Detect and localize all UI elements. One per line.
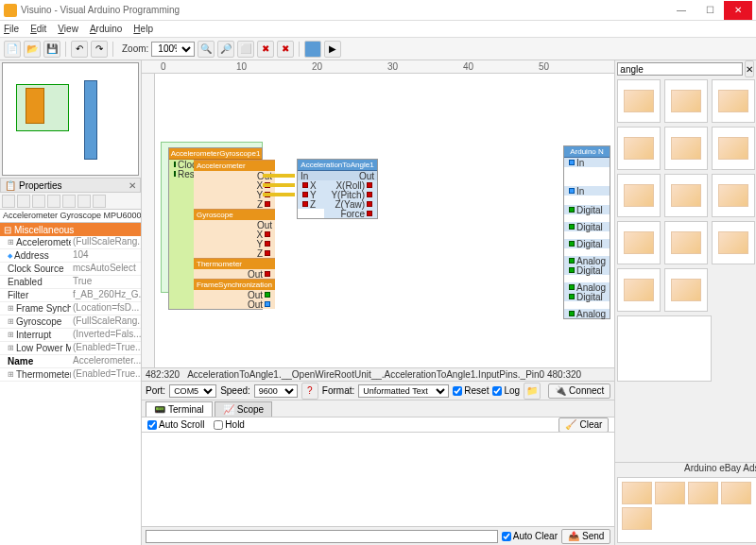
node-arduino[interactable]: Arduino N In In Digital Digital Digital … [563,145,610,319]
format-select[interactable]: Unformatted Text [358,384,449,398]
save-button[interactable]: 💾 [43,41,60,58]
component-palette[interactable] [615,77,756,462]
minimize-button[interactable]: — [667,1,696,20]
speed-help-icon[interactable]: ? [301,383,318,400]
connect-button[interactable]: 🔌Connect [548,383,610,399]
ad-item[interactable] [655,482,685,504]
properties-header: 📋 Properties ✕ [0,178,141,193]
undo-button[interactable]: ↶ [71,41,88,58]
prop-btn-4[interactable] [47,195,60,208]
design-canvas[interactable]: AccelerometerGyroscope1 Clock Reset Acce… [155,74,614,367]
panel-title: Properties [19,180,62,191]
menu-help[interactable]: Help [133,24,153,34]
property-row[interactable]: Interrupt(Inverted=Fals... [0,329,141,342]
maximize-button[interactable]: ☐ [696,1,724,20]
terminal-output[interactable] [142,432,614,526]
search-clear-icon[interactable]: ✕ [745,60,754,77]
prop-btn-1[interactable] [2,195,15,208]
ad-item[interactable] [622,507,652,530]
redo-button[interactable]: ↷ [91,41,108,58]
zoom-select[interactable]: 100% [151,42,195,57]
close-button[interactable]: ✕ [724,1,752,20]
menu-edit[interactable]: Edit [30,24,46,34]
speed-select[interactable]: 9600 [254,384,298,398]
autoclear-checkbox[interactable]: Auto Clear [502,531,558,541]
hold-checkbox[interactable]: Hold [214,419,245,430]
palette-item[interactable] [664,221,708,264]
palette-item[interactable] [617,174,661,217]
autoscroll-checkbox[interactable]: Auto Scroll [147,419,204,430]
tool-btn-1[interactable]: ✖ [257,41,274,58]
palette-search-input[interactable] [617,62,743,76]
property-row[interactable]: Thermometer(Enabled=True... [0,368,141,382]
palette-item-large[interactable] [617,315,712,382]
property-row[interactable]: Clock SourcemcsAutoSelect [0,263,141,276]
app-icon [4,4,17,17]
palette-item[interactable] [664,268,708,312]
port-select[interactable]: COM5 (L [169,384,216,398]
palette-item[interactable] [664,79,708,123]
log-folder-button[interactable]: 📁 [524,383,541,400]
prop-btn-6[interactable] [77,195,91,208]
ad-item[interactable] [622,482,652,504]
property-row[interactable]: Gyroscope(FullScaleRang... [0,315,141,329]
ad-item[interactable] [721,482,751,504]
menu-view[interactable]: View [58,24,78,34]
send-button[interactable]: 📤Send [561,529,610,544]
prop-btn-7[interactable] [93,195,106,208]
send-input[interactable] [146,530,498,543]
palette-item[interactable] [617,268,661,312]
canvas-wrap: 0 10 20 30 40 50 AccelerometerGyroscope1… [142,60,614,367]
tab-terminal[interactable]: 📟Terminal [146,401,213,417]
port-label: Port: [146,385,165,396]
tool-btn-2[interactable]: ✖ [277,41,294,58]
property-row[interactable]: NameAccelerometer... [0,355,141,368]
panel-icon: 📋 [5,180,16,191]
menu-file[interactable]: FFileile [4,24,19,34]
zoomfit-button[interactable]: ⬜ [237,41,254,58]
upload-button[interactable]: ▶ [324,41,341,58]
palette-item[interactable] [664,127,708,170]
send-bar: Auto Clear 📤Send [142,526,614,545]
ads-panel[interactable] [617,477,756,543]
reset-checkbox[interactable]: Reset [453,385,489,396]
terminal-tabs: 📟Terminal 📈Scope [142,400,614,417]
clear-button[interactable]: 🧹Clear [558,417,609,433]
prop-btn-5[interactable] [62,195,76,208]
zoomout-button[interactable]: 🔎 [217,41,234,58]
property-path: Accelerometer Gyroscope MPU6000/MPU60 [0,210,141,223]
open-button[interactable]: 📂 [24,41,41,58]
palette-item[interactable] [617,221,661,264]
node-accelerometer-gyroscope[interactable]: AccelerometerGyroscope1 Clock Reset Acce… [168,147,263,310]
palette-item[interactable] [712,174,755,217]
property-row[interactable]: EnabledTrue [0,276,141,289]
property-row[interactable]: Frame Synchro...(Location=fsD... [0,302,141,315]
prop-btn-2[interactable] [17,195,30,208]
property-grid[interactable]: Accelerometer(FullScaleRang...◆Address10… [0,236,141,545]
speed-label: Speed: [220,385,250,396]
overview-map[interactable] [2,62,139,176]
prop-btn-3[interactable] [32,195,45,208]
terminal-options: Auto Scroll Hold 🧹Clear [142,417,614,432]
palette-item[interactable] [712,79,755,123]
log-checkbox[interactable]: Log [492,385,520,396]
tab-scope[interactable]: 📈Scope [215,401,272,417]
ruler-vertical [142,74,155,367]
palette-item[interactable] [712,221,755,264]
node-acceleration-to-angle[interactable]: AccelerationToAngle1 In X Y Z Out X(Roll… [297,159,378,219]
panel-close-icon[interactable]: ✕ [129,180,136,191]
palette-item[interactable] [664,174,708,217]
palette-item[interactable] [712,127,755,170]
property-row[interactable]: ◆Address104 [0,249,141,263]
palette-item[interactable] [617,127,661,170]
property-row[interactable]: Accelerometer(FullScaleRang... [0,236,141,249]
new-button[interactable]: 📄 [4,41,21,58]
menu-arduino[interactable]: Arduino [90,24,122,34]
zoomin-button[interactable]: 🔍 [198,41,215,58]
property-row[interactable]: Low Power Mo...(Enabled=True... [0,342,141,355]
property-row[interactable]: Filterf_AB_260Hz_G... [0,289,141,302]
property-category[interactable]: ⊟Miscellaneous [0,223,141,236]
arduino-btn[interactable] [304,41,321,58]
palette-item[interactable] [617,79,661,123]
ad-item[interactable] [688,482,718,504]
